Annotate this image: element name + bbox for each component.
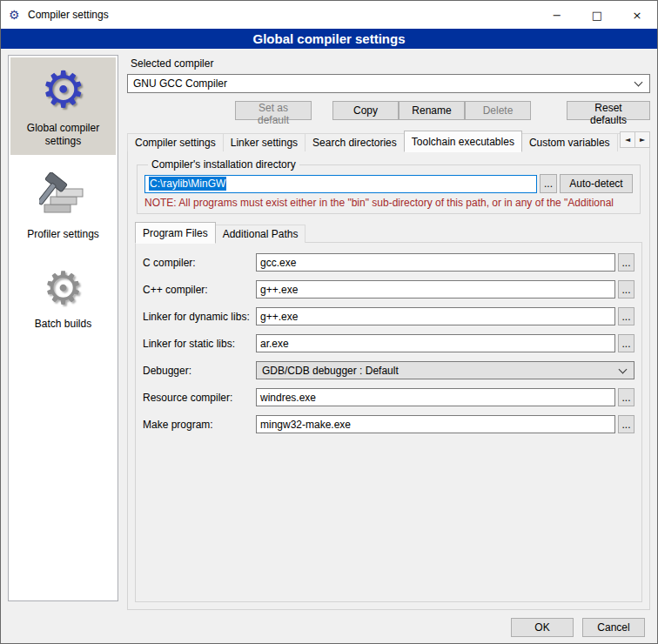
sidebar-item-label: Batch builds [35, 318, 91, 331]
field-row-resource-compiler: Resource compiler: windres.exe ... [143, 388, 634, 406]
resource-compiler-input[interactable]: windres.exe [256, 388, 615, 406]
sidebar-item-label: Profiler settings [27, 228, 99, 241]
installation-directory-group-title: Compiler's installation directory [148, 158, 299, 171]
program-tabs: Program Files Additional Paths [135, 222, 642, 243]
settings-category-sidebar: ⚙ Global compiler settings Profiler sett… [8, 55, 118, 601]
cancel-button[interactable]: Cancel [582, 618, 645, 637]
app-icon: ⚙ [9, 9, 24, 21]
cpp-compiler-input[interactable]: g++.exe [256, 280, 615, 299]
main-panel: Selected compiler GNU GCC Compiler Set a… [127, 55, 650, 610]
rename-button[interactable]: Rename [399, 101, 465, 120]
titlebar[interactable]: ⚙ Compiler settings − □ × [1, 1, 657, 29]
window-controls: − □ × [537, 1, 657, 29]
resource-compiler-label: Resource compiler: [143, 392, 256, 404]
compiler-settings-window: ⚙ Compiler settings − □ × Global compile… [0, 0, 658, 644]
debugger-label: Debugger: [143, 365, 256, 377]
tab-scroll-left-button[interactable]: ◄ [620, 131, 635, 148]
input-value: gcc.exe [260, 257, 296, 269]
settings-tabs: Compiler settings Linker settings Search… [127, 130, 650, 151]
tab-additional-paths[interactable]: Additional Paths [215, 225, 306, 243]
field-row-dynamic-linker: Linker for dynamic libs: g++.exe ... [143, 307, 634, 325]
selected-text: C:\raylib\MinGW [149, 177, 226, 191]
dialog-body: ⚙ Global compiler settings Profiler sett… [1, 49, 657, 610]
static-linker-input[interactable]: ar.exe [256, 334, 615, 352]
sidebar-item-batch-builds[interactable]: ⚙ Batch builds [10, 258, 116, 338]
ok-button[interactable]: OK [511, 618, 574, 637]
tab-compiler-settings[interactable]: Compiler settings [127, 133, 224, 151]
resource-compiler-browse-button[interactable]: ... [618, 388, 634, 406]
delete-button[interactable]: Delete [465, 101, 531, 120]
cpp-compiler-label: C++ compiler: [143, 284, 256, 296]
dialog-banner: Global compiler settings [1, 29, 657, 49]
tab-search-directories[interactable]: Search directories [305, 133, 405, 151]
input-value: ar.exe [260, 338, 289, 350]
c-compiler-input[interactable]: gcc.exe [256, 253, 615, 272]
field-row-static-linker: Linker for static libs: ar.exe ... [143, 334, 634, 352]
toolchain-executables-panel: Compiler's installation directory C:\ray… [127, 151, 650, 610]
profiler-icon [39, 172, 88, 221]
tab-scroll-right-button[interactable]: ► [634, 131, 650, 148]
field-row-c-compiler: C compiler: gcc.exe ... [143, 253, 634, 272]
program-files-panel: C compiler: gcc.exe ... C++ compiler: g+… [135, 242, 642, 602]
make-program-browse-button[interactable]: ... [618, 415, 634, 433]
dialog-footer: OK Cancel [1, 610, 657, 643]
input-value: g++.exe [260, 311, 298, 323]
debugger-select[interactable]: GDB/CDB debugger : Default [256, 361, 634, 379]
tab-toolchain-executables[interactable]: Toolchain executables [404, 131, 522, 152]
tab-program-files[interactable]: Program Files [135, 222, 216, 244]
tab-scroll-controls: ◄ ► [620, 131, 650, 148]
compiler-select[interactable]: GNU GCC Compiler [127, 74, 650, 93]
sidebar-item-global-compiler-settings[interactable]: ⚙ Global compiler settings [10, 57, 116, 155]
close-button[interactable]: × [617, 1, 657, 29]
input-value: g++.exe [260, 284, 298, 296]
installation-directory-row: C:\raylib\MinGW ... Auto-detect [144, 174, 633, 193]
cpp-compiler-browse-button[interactable]: ... [618, 280, 634, 299]
tab-linker-settings[interactable]: Linker settings [223, 133, 306, 151]
window-title: Compiler settings [28, 9, 109, 21]
tab-custom-variables[interactable]: Custom variables [521, 133, 618, 151]
chevron-down-icon [634, 78, 643, 87]
chevron-down-icon [619, 365, 628, 373]
dynamic-linker-browse-button[interactable]: ... [618, 307, 634, 325]
c-compiler-browse-button[interactable]: ... [618, 253, 634, 272]
installation-directory-group: Compiler's installation directory C:\ray… [137, 158, 641, 214]
maximize-button[interactable]: □ [577, 1, 617, 29]
browse-directory-button[interactable]: ... [540, 174, 557, 193]
field-row-debugger: Debugger: GDB/CDB debugger : Default [143, 361, 634, 379]
debugger-select-value: GDB/CDB debugger : Default [262, 365, 399, 377]
compiler-select-value: GNU GCC Compiler [133, 77, 227, 90]
compiler-buttons-row: Set as default Copy Rename Delete Reset … [127, 101, 650, 120]
make-program-input[interactable]: mingw32-make.exe [256, 415, 615, 433]
auto-detect-button[interactable]: Auto-detect [560, 174, 633, 193]
installation-directory-input[interactable]: C:\raylib\MinGW [144, 175, 537, 193]
static-linker-label: Linker for static libs: [143, 338, 256, 350]
static-linker-browse-button[interactable]: ... [618, 334, 634, 352]
make-program-label: Make program: [143, 419, 256, 431]
field-row-make-program: Make program: mingw32-make.exe ... [143, 415, 634, 433]
reset-defaults-button[interactable]: Reset defaults [567, 101, 650, 120]
gray-gear-icon: ⚙ [43, 265, 84, 311]
input-value: mingw32-make.exe [260, 419, 351, 431]
sidebar-item-profiler-settings[interactable]: Profiler settings [10, 165, 116, 248]
dynamic-linker-input[interactable]: g++.exe [256, 307, 615, 325]
minimize-button[interactable]: − [537, 1, 577, 29]
copy-button[interactable]: Copy [332, 101, 399, 120]
dynamic-linker-label: Linker for dynamic libs: [143, 311, 256, 323]
c-compiler-label: C compiler: [143, 257, 256, 269]
installation-note: NOTE: All programs must exist either in … [144, 197, 633, 209]
blue-gear-icon: ⚙ [41, 64, 86, 115]
set-as-default-button[interactable]: Set as default [235, 101, 312, 120]
input-value: windres.exe [260, 392, 316, 404]
selected-compiler-label: Selected compiler [131, 57, 650, 70]
field-row-cpp-compiler: C++ compiler: g++.exe ... [143, 280, 634, 299]
sidebar-item-label: Global compiler settings [12, 122, 114, 148]
